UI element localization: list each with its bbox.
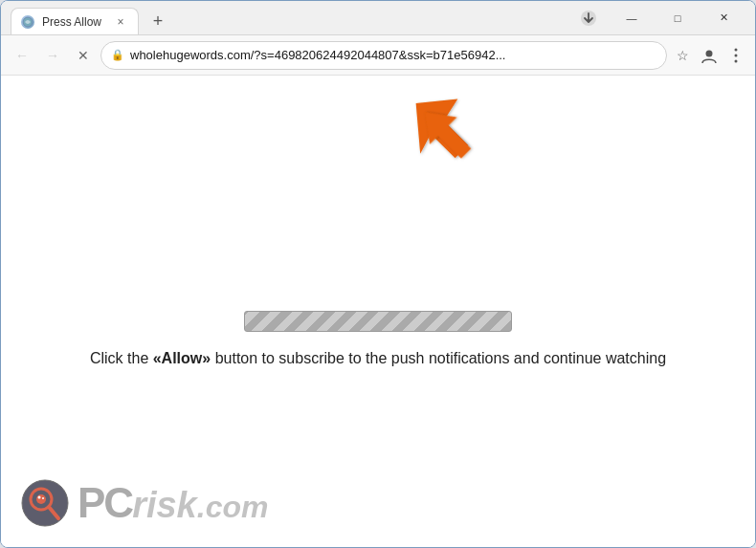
window-controls: — □ ✕ <box>610 4 745 33</box>
back-button[interactable]: ← <box>9 42 35 69</box>
tab-title: Press Allow <box>42 15 101 29</box>
message-part2: button to subscribe to the push notifica… <box>211 350 666 366</box>
pcrisk-logo-text: PC risk .com <box>78 479 268 527</box>
logo-com: .com <box>197 490 269 525</box>
message-allow: «Allow» <box>153 350 211 366</box>
reload-button[interactable]: ✕ <box>70 42 97 69</box>
menu-icon[interactable] <box>724 44 747 67</box>
bookmark-icon[interactable]: ☆ <box>671 44 694 67</box>
pcrisk-logo-icon <box>20 478 70 528</box>
browser-window: Press Allow × + — □ ✕ ← → ✕ 🔒 wholehugew… <box>0 0 756 548</box>
svg-point-3 <box>735 48 738 51</box>
svg-point-13 <box>42 497 44 499</box>
profile-icon[interactable] <box>698 44 721 67</box>
lock-icon: 🔒 <box>111 49 124 61</box>
message-part1: Click the <box>90 350 153 366</box>
tab-favicon <box>21 15 34 29</box>
tab-close-button[interactable]: × <box>113 14 128 30</box>
progress-bar <box>244 311 512 332</box>
address-bar[interactable]: 🔒 wholehugewords.com/?s=4698206244920448… <box>100 41 667 70</box>
minimize-button[interactable]: — <box>610 4 654 33</box>
progress-section: Click the «Allow» button to subscribe to… <box>90 311 666 370</box>
close-button[interactable]: ✕ <box>701 4 745 33</box>
logo-pc: PC <box>78 479 132 527</box>
page-content: Click the «Allow» button to subscribe to… <box>1 76 755 547</box>
url-text: wholehugewords.com/?s=469820624492044807… <box>130 48 656 62</box>
maximize-button[interactable]: □ <box>656 4 700 33</box>
svg-point-4 <box>735 54 738 56</box>
logo-risk: risk <box>132 485 197 526</box>
titlebar: Press Allow × + — □ ✕ <box>1 1 755 35</box>
new-tab-button[interactable]: + <box>145 8 171 34</box>
orange-arrow-icon <box>403 95 499 190</box>
svg-point-2 <box>706 50 713 56</box>
watermark: PC risk .com <box>20 478 268 528</box>
arrow-container <box>403 95 499 194</box>
page-message: Click the «Allow» button to subscribe to… <box>90 347 666 370</box>
svg-point-12 <box>38 496 41 499</box>
svg-point-5 <box>735 59 738 62</box>
extensions-icon[interactable] <box>577 7 600 30</box>
toolbar: ← → ✕ 🔒 wholehugewords.com/?s=4698206244… <box>1 35 755 76</box>
tab-area: Press Allow × + <box>11 1 577 34</box>
active-tab[interactable]: Press Allow × <box>11 8 139 34</box>
forward-button[interactable]: → <box>39 42 66 69</box>
svg-point-11 <box>36 494 46 504</box>
